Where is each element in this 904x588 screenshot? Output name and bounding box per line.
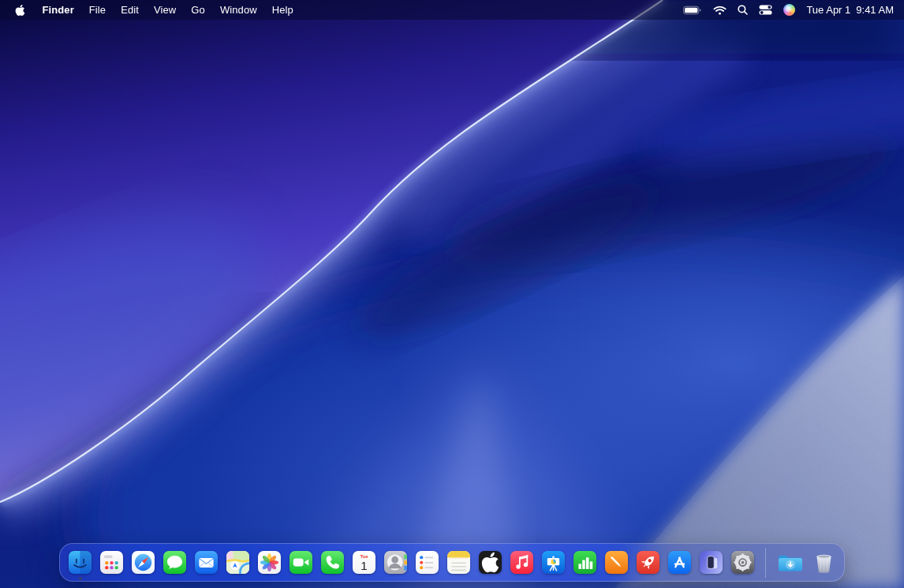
siri-icon[interactable] [783, 4, 795, 16]
dock-item-contacts[interactable] [384, 551, 407, 574]
dock-item-mail[interactable] [195, 551, 218, 574]
wifi-icon[interactable] [713, 6, 727, 15]
apple-logo-small-icon [479, 551, 502, 574]
reminders-icon [416, 551, 439, 574]
dock-item-music[interactable] [510, 551, 533, 574]
calendar-day: 1 [360, 560, 367, 571]
contacts-icon [384, 551, 407, 574]
menu-edit[interactable]: Edit [114, 4, 147, 16]
dock-item-app-store[interactable] [668, 551, 691, 574]
dock-item-phone[interactable] [321, 551, 344, 574]
clock-date: Tue Apr 1 [806, 4, 850, 16]
facetime-icon [290, 551, 312, 574]
dock-item-keynote[interactable] [542, 551, 565, 574]
pages-icon [605, 551, 628, 574]
dock-item-facetime[interactable] [290, 551, 312, 574]
apple-logo-icon [15, 4, 25, 17]
menu-bar-left: Finder File Edit View Go Window Help [10, 4, 301, 17]
clock-time: 9:41 AM [856, 4, 894, 16]
dock-item-launchpad[interactable] [100, 551, 123, 574]
dock-item-apple-tv[interactable]: tv [479, 551, 502, 574]
mail-icon [195, 551, 218, 574]
iphone-mirroring-icon [700, 551, 723, 574]
menu-help[interactable]: Help [264, 4, 301, 16]
dock-item-calendar[interactable]: Tue 1 [353, 551, 375, 574]
wallpaper-art [0, 0, 904, 588]
messages-icon [163, 551, 186, 574]
dock-item-system-settings[interactable] [731, 551, 754, 574]
menu-file[interactable]: File [81, 4, 113, 16]
menu-bar-clock[interactable]: Tue Apr 1 9:41 AM [806, 4, 894, 16]
dock: Tue 1 tv [59, 543, 845, 582]
menu-app-name[interactable]: Finder [35, 4, 81, 16]
dock-divider [765, 548, 766, 578]
dock-item-iphone-mirroring[interactable] [700, 551, 723, 574]
notes-icon [447, 551, 470, 574]
dock-item-notes[interactable] [447, 551, 470, 574]
music-icon [510, 551, 533, 574]
calendar-icon: Tue 1 [353, 551, 375, 574]
control-center-icon[interactable] [759, 5, 772, 15]
dock-item-reminders[interactable] [416, 551, 439, 574]
trash-icon [812, 551, 835, 575]
rocket-app-icon [637, 551, 659, 574]
dock-item-trash[interactable] [812, 551, 835, 575]
dock-item-finder[interactable] [69, 551, 92, 574]
dock-item-pages[interactable] [605, 551, 628, 574]
desktop: Finder File Edit View Go Window Help [0, 0, 904, 588]
battery-icon[interactable] [683, 6, 702, 15]
dock-item-numbers[interactable] [573, 551, 596, 574]
dock-item-messages[interactable] [163, 551, 186, 574]
siri-orb [783, 4, 795, 16]
dock-item-safari[interactable] [132, 551, 155, 574]
safari-icon [132, 551, 155, 574]
menu-bar: Finder File Edit View Go Window Help [0, 0, 904, 20]
desktop-wallpaper [0, 0, 904, 588]
dock-item-maps[interactable] [226, 551, 249, 574]
menu-bar-status: Tue Apr 1 9:41 AM [683, 4, 894, 16]
system-settings-icon [731, 551, 754, 574]
photos-icon [258, 551, 281, 574]
maps-icon [226, 551, 249, 574]
menu-window[interactable]: Window [212, 4, 264, 16]
apple-menu[interactable] [10, 4, 30, 17]
keynote-icon [542, 551, 565, 574]
downloads-folder-icon [777, 552, 804, 574]
menu-go[interactable]: Go [184, 4, 213, 16]
dock-item-app[interactable] [637, 551, 659, 574]
dock-item-photos[interactable] [258, 551, 281, 574]
launchpad-icon [100, 551, 123, 574]
finder-icon [69, 551, 92, 574]
menu-view[interactable]: View [147, 4, 184, 16]
apple-tv-icon: tv [479, 551, 502, 574]
numbers-icon [573, 551, 596, 574]
running-indicator [79, 577, 82, 580]
phone-icon [321, 551, 344, 574]
dock-item-downloads[interactable] [777, 552, 804, 574]
app-store-icon [668, 551, 691, 574]
spotlight-search-icon[interactable] [738, 5, 748, 15]
